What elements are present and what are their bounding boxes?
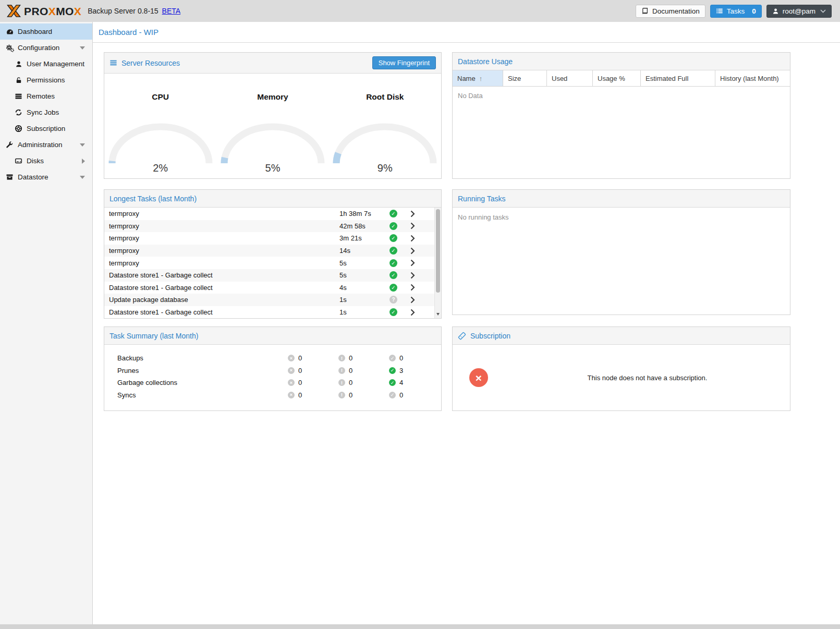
task-row[interactable]: Datastore store1 - Garbage collect4s✓ xyxy=(104,282,434,294)
chevron-down-icon xyxy=(820,9,826,13)
longest-tasks-panel: Longest Tasks (last Month) termproxy1h 3… xyxy=(104,189,442,319)
book-icon xyxy=(641,7,649,15)
chevron-right-icon[interactable] xyxy=(407,309,415,316)
proxmox-x-logo-icon xyxy=(5,3,22,19)
ok-icon: ✓ xyxy=(389,392,396,398)
summary-warning-count: !0 xyxy=(338,354,389,362)
task-row[interactable]: Update package database1s? xyxy=(104,294,434,306)
gauge-value: 5% xyxy=(221,162,325,174)
column-header-estimated-full[interactable]: Estimated Full xyxy=(641,70,715,86)
task-row[interactable]: termproxy3m 21s✓ xyxy=(104,232,434,245)
sidebar-item-label: Disks xyxy=(27,157,44,165)
sidebar-item-disks[interactable]: Disks xyxy=(0,153,92,169)
sidebar-item-permissions[interactable]: Permissions xyxy=(0,72,92,88)
task-row[interactable]: Datastore store1 - Garbage collect5s✓ xyxy=(104,269,434,282)
scrollbar[interactable] xyxy=(434,208,441,318)
datastore-usage-panel: Datastore Usage Name↑SizeUsedUsage %Esti… xyxy=(452,52,790,179)
task-duration: 4s xyxy=(339,284,389,292)
warning-icon: ! xyxy=(338,367,345,374)
user-icon xyxy=(14,60,23,68)
chevron-right-icon[interactable] xyxy=(407,272,415,279)
chevron-right-icon[interactable] xyxy=(407,210,415,217)
sidebar-item-remotes[interactable]: Remotes xyxy=(0,88,92,104)
brand-text: PRO xyxy=(24,6,48,17)
chevron-right-icon[interactable] xyxy=(407,296,415,304)
task-name: Datastore store1 - Garbage collect xyxy=(104,308,339,316)
task-summary-row: Syncs×0!0✓0 xyxy=(104,389,441,402)
column-header-size[interactable]: Size xyxy=(503,70,547,86)
summary-category: Garbage collections xyxy=(117,379,288,386)
sidebar-item-dashboard[interactable]: Dashboard xyxy=(0,23,92,40)
wrench-icon xyxy=(5,141,14,149)
beta-link[interactable]: BETA xyxy=(162,7,181,15)
task-duration: 3m 21s xyxy=(339,234,389,242)
chevron-down-icon[interactable] xyxy=(80,176,85,179)
chevron-right-icon[interactable] xyxy=(407,259,415,267)
sidebar-item-label: Datastore xyxy=(18,173,48,181)
tasks-button[interactable]: Tasks 0 xyxy=(710,5,762,18)
sidebar-item-datastore[interactable]: Datastore xyxy=(0,169,92,185)
summary-warning-count: !0 xyxy=(338,367,389,374)
page-title: Dashboard - WIP xyxy=(93,22,840,43)
status-ok-icon: ✓ xyxy=(389,234,397,242)
status-ok-icon: ✓ xyxy=(389,284,397,292)
tasks-count-badge: 0 xyxy=(752,7,756,15)
user-icon xyxy=(772,8,779,15)
chevron-right-icon[interactable] xyxy=(407,284,415,291)
sidebar-item-sync-jobs[interactable]: Sync Jobs xyxy=(0,104,92,120)
column-header-name[interactable]: Name↑ xyxy=(453,70,503,86)
sidebar-item-label: Permissions xyxy=(27,76,65,84)
documentation-button[interactable]: Documentation xyxy=(636,5,705,18)
sidebar-item-subscription[interactable]: Subscription xyxy=(0,120,92,137)
longest-tasks-rows: termproxy1h 38m 7s✓termproxy42m 58s✓term… xyxy=(104,208,434,318)
user-menu-button[interactable]: root@pam xyxy=(766,5,832,18)
ok-icon: ✓ xyxy=(389,355,396,361)
bottom-edge xyxy=(0,624,840,629)
task-row[interactable]: termproxy42m 58s✓ xyxy=(104,220,434,233)
summary-error-count: ×0 xyxy=(288,367,338,374)
unlock-icon xyxy=(14,76,23,84)
server-resources-title: Server Resources xyxy=(121,59,180,67)
summary-error-count: ×0 xyxy=(288,354,338,362)
chevron-right-icon[interactable] xyxy=(82,159,85,164)
sidebar-item-administration[interactable]: Administration xyxy=(0,137,92,153)
longest-tasks-body: termproxy1h 38m 7s✓termproxy42m 58s✓term… xyxy=(104,208,441,318)
column-header-used[interactable]: Used xyxy=(547,70,593,86)
summary-warning-count: !0 xyxy=(338,379,389,386)
task-row[interactable]: Datastore store1 - Garbage collect1s✓ xyxy=(104,306,434,318)
proxmox-logo: PROXMOX xyxy=(5,3,81,19)
status-ok-icon: ✓ xyxy=(389,259,397,267)
task-row[interactable]: termproxy14s✓ xyxy=(104,245,434,257)
summary-error-count: ×0 xyxy=(288,379,338,386)
tachometer-icon xyxy=(5,28,14,36)
task-summary-row: Garbage collections×0!0✓4 xyxy=(104,377,441,389)
task-row[interactable]: termproxy5s✓ xyxy=(104,257,434,269)
column-header-history-last-month[interactable]: History (last Month) xyxy=(715,70,790,86)
task-row[interactable]: termproxy1h 38m 7s✓ xyxy=(104,208,434,220)
chevron-down-icon[interactable] xyxy=(80,46,85,50)
scrollbar-down-arrow-icon[interactable] xyxy=(436,313,440,316)
task-name: termproxy xyxy=(104,247,339,255)
gauge-label: Root Disk xyxy=(333,92,437,101)
chevron-right-icon[interactable] xyxy=(407,222,415,229)
sidebar-item-configuration[interactable]: Configuration xyxy=(0,40,92,56)
chevron-down-icon[interactable] xyxy=(80,143,85,147)
sidebar-item-label: Sync Jobs xyxy=(27,108,59,116)
server-resources-panel: Server Resources Show Fingerprint CPU2%M… xyxy=(104,52,442,179)
summary-ok-count: ✓4 xyxy=(389,379,441,386)
datastore-usage-columns: Name↑SizeUsedUsage %Estimated FullHistor… xyxy=(453,70,790,87)
scrollbar-thumb[interactable] xyxy=(436,209,440,293)
server-resources-icon xyxy=(109,59,117,67)
status-ok-icon: ✓ xyxy=(389,210,397,217)
show-fingerprint-button[interactable]: Show Fingerprint xyxy=(372,56,436,69)
column-header-usage[interactable]: Usage % xyxy=(593,70,641,86)
status-ok-icon: ✓ xyxy=(389,247,397,255)
datastore-usage-empty: No Data xyxy=(453,87,790,179)
sidebar-item-label: Administration xyxy=(18,141,63,149)
support-icon xyxy=(14,125,23,133)
chevron-right-icon[interactable] xyxy=(407,235,415,242)
chevron-right-icon[interactable] xyxy=(407,247,415,255)
task-duration: 5s xyxy=(339,259,389,267)
running-tasks-panel: Running Tasks No running tasks xyxy=(452,189,790,315)
sidebar-item-user-management[interactable]: User Management xyxy=(0,56,92,72)
